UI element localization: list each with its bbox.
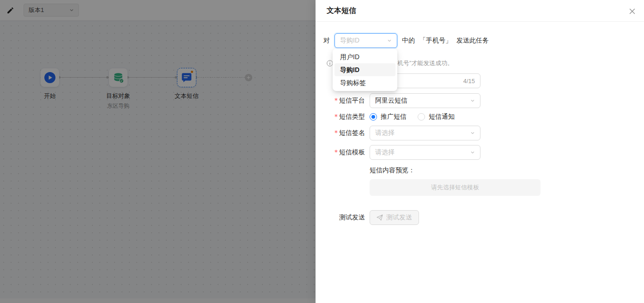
preview-label-row: 短信内容预览： <box>327 166 633 175</box>
signature-label: *短信签名 <box>327 129 370 137</box>
audience-suffix-text: 发送此任务 <box>456 36 489 45</box>
platform-label: *短信平台 <box>327 97 370 105</box>
required-mark: * <box>334 97 338 104</box>
audience-type-select-value: 导购ID <box>340 36 359 45</box>
template-select-placeholder: 请选择 <box>375 148 395 157</box>
dropdown-option-guide-id[interactable]: 导购ID <box>334 63 395 76</box>
sms-type-row: *短信类型 推广短信 短信通知 <box>327 113 633 121</box>
radio-option-promo[interactable]: 推广短信 <box>370 113 407 121</box>
sms-type-label: *短信类型 <box>327 113 370 121</box>
radio-checked-icon <box>370 113 377 121</box>
sms-content-preview: 请先选择短信模板 <box>370 179 541 196</box>
test-send-label: 测试发送 <box>327 213 370 222</box>
test-send-row: 测试发送 测试发送 <box>327 210 633 225</box>
required-mark: * <box>334 113 338 120</box>
chevron-down-icon <box>470 150 475 155</box>
signature-row: *短信签名 请选择 <box>327 126 633 140</box>
audience-quoted-field: 「手机号」 <box>419 36 452 45</box>
app: 开始 目标对象 东区导购 <box>0 0 644 303</box>
info-circle-icon <box>327 60 333 67</box>
char-counter: 4/15 <box>463 78 475 85</box>
drawer-header: 文本短信 <box>316 0 644 22</box>
chevron-down-icon <box>470 98 475 103</box>
send-icon <box>377 214 383 221</box>
audience-type-dropdown: 用户ID 导购ID 导购标签 <box>333 48 397 91</box>
audience-prefix: 对 <box>323 36 330 45</box>
signature-select[interactable]: 请选择 <box>370 126 480 140</box>
drawer-title: 文本短信 <box>327 6 356 16</box>
template-label: *短信模板 <box>327 148 370 157</box>
chevron-down-icon <box>470 131 475 135</box>
preview-label: 短信内容预览： <box>370 166 415 175</box>
close-icon <box>629 8 636 15</box>
radio-notice-label: 短信通知 <box>429 113 455 121</box>
template-select[interactable]: 请选择 <box>370 145 480 160</box>
sms-config-drawer: 文本短信 对 导购ID 中的 「手机号」 发送此任务 <box>316 0 644 303</box>
radio-option-notice[interactable]: 短信通知 <box>418 113 455 121</box>
info-note-suffix: 机号”才能发送成功。 <box>397 59 453 67</box>
sms-type-radio-group: 推广短信 短信通知 <box>370 113 455 121</box>
signature-select-placeholder: 请选择 <box>375 129 395 137</box>
platform-select[interactable]: 阿里云短信 <box>370 93 480 108</box>
required-mark: * <box>334 129 338 136</box>
radio-promo-label: 推广短信 <box>381 113 407 121</box>
preview-placeholder-text: 请先选择短信模板 <box>431 183 479 192</box>
dropdown-option-guide-tag[interactable]: 导购标签 <box>334 76 395 89</box>
platform-select-value: 阿里云短信 <box>375 97 407 105</box>
chevron-down-icon <box>387 38 392 43</box>
test-send-button[interactable]: 测试发送 <box>370 210 419 225</box>
template-row: *短信模板 请选择 <box>327 145 633 160</box>
audience-type-select[interactable]: 导购ID <box>334 33 397 48</box>
required-mark: * <box>334 148 338 156</box>
preview-box-row: 请先选择短信模板 <box>327 179 633 196</box>
dropdown-option-user-id[interactable]: 用户ID <box>334 50 395 63</box>
audience-sentence-row: 对 导购ID 中的 「手机号」 发送此任务 <box>323 33 633 48</box>
radio-unchecked-icon <box>418 113 425 121</box>
audience-mid-text: 中的 <box>402 36 415 45</box>
test-send-button-label: 测试发送 <box>386 213 412 222</box>
platform-row: *短信平台 阿里云短信 <box>327 93 633 108</box>
drawer-close-button[interactable] <box>626 6 638 17</box>
